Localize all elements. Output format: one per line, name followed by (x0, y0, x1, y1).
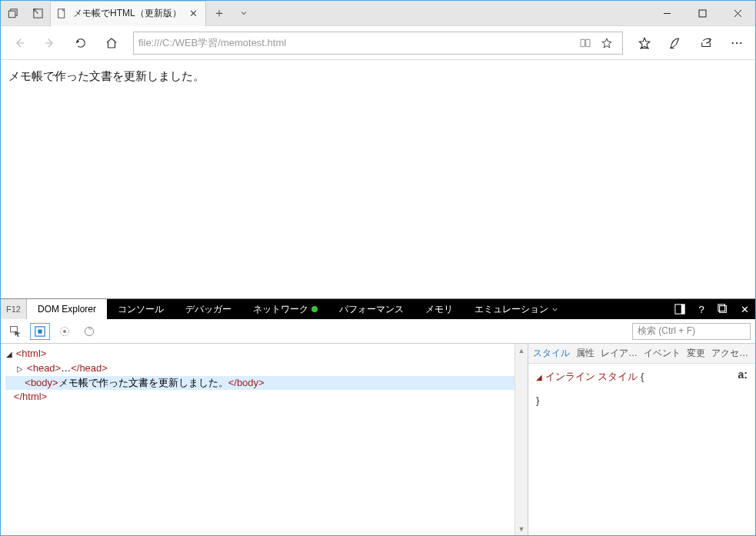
back-button[interactable] (5, 29, 33, 57)
svg-rect-1 (8, 11, 15, 17)
svg-point-23 (63, 330, 66, 333)
svg-point-12 (732, 42, 734, 43)
url-box[interactable] (133, 32, 623, 55)
devtools-panel: F12 DOM Explorer コンソール デバッガー ネットワーク パフォー… (1, 298, 755, 535)
devtools-search-input[interactable]: 検索 (Ctrl + F) (632, 323, 751, 340)
accessibility-tree-icon[interactable] (79, 323, 99, 340)
dom-head-open[interactable]: <head> (27, 362, 61, 374)
styles-tabs: スタイル 属性 レイア… イベント 変更 アクセ… (528, 344, 755, 364)
titlebar-left: メモ帳でHTML（更新版） ✕ ＋ (1, 1, 255, 25)
dom-html-open[interactable]: <html> (16, 348, 47, 359)
tab-title: メモ帳でHTML（更新版） (73, 7, 182, 20)
titlebar: メモ帳でHTML（更新版） ✕ ＋ (1, 1, 755, 26)
devtools-body: ◢ <html> ▷ <head>…</head> <body>メモ帳で作った文… (1, 344, 755, 535)
browser-tab[interactable]: メモ帳でHTML（更新版） ✕ (50, 1, 206, 26)
devtools-toolbar: 検索 (Ctrl + F) (1, 319, 755, 344)
page-icon (57, 8, 67, 18)
svg-rect-16 (681, 305, 684, 314)
devtools-tab-console[interactable]: コンソール (107, 299, 175, 319)
scroll-up-icon[interactable]: ▲ (515, 344, 528, 357)
devtools-unpin-icon[interactable] (712, 299, 734, 319)
chevron-down-icon (551, 306, 558, 313)
tab-actions-chevron-icon[interactable] (232, 8, 255, 18)
share-icon[interactable] (692, 29, 720, 57)
minimize-button[interactable] (649, 1, 684, 25)
dom-html-close: </html> (14, 391, 47, 402)
styles-body[interactable]: a: ◢ インライン スタイル { } (528, 364, 755, 535)
show-set-aside-icon[interactable] (25, 8, 50, 19)
maximize-button[interactable] (684, 1, 720, 25)
window-controls (649, 1, 755, 25)
select-element-icon[interactable] (5, 323, 25, 340)
close-brace: } (536, 395, 539, 406)
svg-rect-21 (38, 329, 42, 333)
devtools-dock-icon[interactable] (669, 299, 691, 319)
dom-scrollbar[interactable]: ▲ ▼ (515, 344, 528, 535)
close-window-button[interactable] (720, 1, 755, 25)
svg-rect-5 (699, 10, 706, 17)
svg-point-13 (736, 42, 738, 43)
styles-tab-style[interactable]: スタイル (533, 347, 570, 360)
svg-point-14 (740, 42, 741, 43)
f12-label: F12 (1, 299, 27, 319)
styles-tab-layout[interactable]: レイア… (601, 347, 638, 360)
forward-button[interactable] (36, 29, 64, 57)
titlebar-spacer (255, 1, 649, 25)
url-input[interactable] (138, 37, 574, 48)
inline-style-label: インライン スタイル (545, 371, 638, 382)
styles-tab-access[interactable]: アクセ… (711, 347, 748, 360)
new-tab-button[interactable]: ＋ (206, 5, 232, 22)
highlight-element-icon[interactable] (30, 323, 50, 340)
devtools-tab-network[interactable]: ネットワーク (242, 299, 328, 319)
notes-icon[interactable] (661, 29, 689, 57)
styles-panel: スタイル 属性 レイア… イベント 変更 アクセ… a: ◢ インライン スタイ… (528, 344, 755, 535)
devtools-tab-memory[interactable]: メモリ (415, 299, 464, 319)
page-body-text: メモ帳で作った文書を更新しました。 (8, 69, 205, 82)
hub-favorites-icon[interactable] (631, 29, 658, 57)
favorite-star-icon[interactable] (596, 37, 618, 49)
set-aside-tabs-icon[interactable] (1, 8, 25, 19)
color-picker-icon[interactable] (55, 323, 75, 340)
home-button[interactable] (98, 29, 125, 57)
styles-tab-event[interactable]: イベント (644, 347, 681, 360)
refresh-button[interactable] (67, 29, 95, 57)
scroll-down-icon[interactable]: ▼ (515, 522, 528, 535)
dom-tree[interactable]: ◢ <html> ▷ <head>…</head> <body>メモ帳で作った文… (1, 344, 515, 535)
tab-close-icon[interactable]: ✕ (188, 8, 199, 19)
devtools-help-icon[interactable]: ? (691, 299, 712, 319)
devtools-tab-dom[interactable]: DOM Explorer (27, 299, 107, 319)
devtools-tab-emulation[interactable]: エミュレーション (464, 299, 569, 319)
page-content: メモ帳で作った文書を更新しました。 (1, 60, 755, 298)
address-bar (1, 26, 755, 60)
dom-body-line[interactable]: <body>メモ帳で作った文書を更新しました。</body> (5, 376, 515, 390)
styles-tab-attr[interactable]: 属性 (576, 347, 594, 360)
devtools-close-icon[interactable]: ✕ (734, 299, 755, 319)
devtools-tab-debugger[interactable]: デバッガー (175, 299, 242, 319)
svg-rect-19 (11, 326, 18, 331)
devtools-tabbar: F12 DOM Explorer コンソール デバッガー ネットワーク パフォー… (1, 299, 755, 319)
record-indicator-icon (311, 306, 318, 312)
browser-window: メモ帳でHTML（更新版） ✕ ＋ メモ (0, 0, 756, 536)
devtools-tab-performance[interactable]: パフォーマンス (328, 299, 415, 319)
more-icon[interactable] (723, 29, 751, 57)
styles-tab-change[interactable]: 変更 (687, 347, 705, 360)
pseudo-state-icon[interactable]: a: (738, 368, 748, 381)
reading-view-icon[interactable] (574, 37, 596, 49)
